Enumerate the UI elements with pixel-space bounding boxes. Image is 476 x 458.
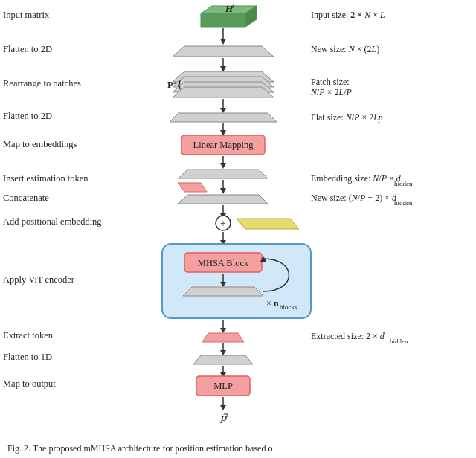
svg-text:Input matrix: Input matrix bbox=[3, 10, 50, 20]
svg-text:Flatten to 2D: Flatten to 2D bbox=[3, 111, 52, 121]
svg-marker-5 bbox=[173, 46, 274, 57]
svg-marker-26 bbox=[220, 213, 226, 219]
svg-text:Rearrange to patches: Rearrange to patches bbox=[3, 78, 81, 88]
svg-text:Linear Mapping: Linear Mapping bbox=[193, 140, 254, 150]
svg-text:2: 2 bbox=[173, 78, 177, 86]
svg-text:P: P bbox=[167, 79, 173, 90]
svg-marker-39 bbox=[220, 328, 226, 333]
svg-text:+: + bbox=[220, 218, 226, 229]
svg-marker-42 bbox=[220, 350, 226, 355]
svg-marker-7 bbox=[220, 66, 226, 72]
svg-marker-29 bbox=[237, 219, 299, 229]
svg-text:Concatenate: Concatenate bbox=[3, 193, 49, 203]
svg-rect-46 bbox=[196, 376, 250, 396]
svg-marker-11 bbox=[173, 87, 274, 97]
svg-marker-36 bbox=[183, 287, 263, 296]
svg-marker-23 bbox=[220, 188, 226, 194]
svg-point-27 bbox=[216, 216, 231, 230]
svg-text:hidden: hidden bbox=[390, 338, 408, 345]
svg-text:H: H bbox=[225, 3, 234, 14]
diagram-container: + bbox=[0, 0, 476, 431]
svg-text:Patch size:: Patch size: bbox=[311, 77, 350, 87]
svg-marker-10 bbox=[173, 82, 274, 92]
svg-text:blocks: blocks bbox=[280, 303, 298, 311]
svg-text:hidden: hidden bbox=[394, 199, 413, 207]
svg-text:Flatten to 2D: Flatten to 2D bbox=[3, 44, 52, 54]
svg-rect-33 bbox=[184, 253, 262, 272]
svg-marker-0 bbox=[201, 6, 257, 13]
svg-marker-43 bbox=[193, 355, 253, 364]
svg-marker-48 bbox=[220, 405, 226, 410]
svg-text:Insert estimation token: Insert estimation token bbox=[3, 173, 89, 184]
svg-text:New size: (N/P + 2) × d: New size: (N/P + 2) × d bbox=[311, 193, 397, 203]
svg-marker-40 bbox=[202, 333, 244, 342]
svg-text:Extract token: Extract token bbox=[3, 330, 54, 341]
svg-text:MLP: MLP bbox=[213, 381, 233, 391]
svg-text:Map to output: Map to output bbox=[3, 378, 56, 389]
svg-rect-1 bbox=[201, 13, 245, 27]
svg-text:Embedding size: N/P × d: Embedding size: N/P × d bbox=[311, 173, 402, 184]
figure-caption: Fig. 2. The proposed mMHSA architecture … bbox=[7, 442, 469, 455]
svg-text:Extracted size: 2 × d: Extracted size: 2 × d bbox=[311, 331, 385, 341]
svg-text:n: n bbox=[274, 298, 279, 309]
svg-marker-9 bbox=[173, 77, 274, 87]
svg-marker-20 bbox=[178, 170, 268, 178]
svg-marker-16 bbox=[220, 130, 226, 136]
caption-text: Fig. 2. The proposed mMHSA architecture … bbox=[7, 443, 272, 454]
svg-marker-13 bbox=[220, 108, 226, 113]
svg-text:MHSA Block: MHSA Block bbox=[198, 258, 249, 268]
diagram-svg: + bbox=[0, 0, 476, 431]
svg-marker-14 bbox=[170, 113, 277, 122]
svg-text:Input size: 2 × N × L: Input size: 2 × N × L bbox=[311, 10, 385, 20]
svg-text:p̃: p̃ bbox=[219, 412, 228, 423]
svg-text:×: × bbox=[266, 298, 271, 309]
svg-marker-35 bbox=[220, 282, 226, 287]
svg-text:Flat size: N/P × 2Lp: Flat size: N/P × 2Lp bbox=[311, 112, 383, 123]
svg-marker-24 bbox=[178, 195, 268, 204]
svg-text:Add positional embedding: Add positional embedding bbox=[3, 216, 102, 227]
svg-marker-21 bbox=[178, 183, 207, 192]
svg-marker-2 bbox=[245, 6, 257, 27]
svg-text:New size: N × (2L): New size: N × (2L) bbox=[311, 44, 379, 54]
svg-text:t: t bbox=[226, 411, 228, 419]
svg-text:Flatten to 1D: Flatten to 1D bbox=[3, 352, 52, 362]
svg-text:t: t bbox=[232, 2, 234, 10]
svg-marker-31 bbox=[220, 240, 226, 245]
svg-marker-37 bbox=[260, 256, 266, 262]
input-matrix-shape bbox=[201, 6, 257, 27]
svg-marker-4 bbox=[220, 39, 226, 45]
svg-text:Apply ViT encoder: Apply ViT encoder bbox=[3, 274, 75, 285]
svg-rect-32 bbox=[162, 244, 311, 318]
svg-marker-8 bbox=[173, 71, 274, 82]
svg-text:hidden: hidden bbox=[394, 180, 413, 187]
svg-rect-17 bbox=[181, 135, 265, 155]
svg-marker-19 bbox=[220, 163, 226, 169]
svg-text:{: { bbox=[177, 78, 182, 90]
svg-text:Map to embeddings: Map to embeddings bbox=[3, 139, 77, 149]
svg-marker-45 bbox=[220, 372, 226, 378]
svg-text:N/P × 2L/P: N/P × 2L/P bbox=[310, 87, 353, 97]
